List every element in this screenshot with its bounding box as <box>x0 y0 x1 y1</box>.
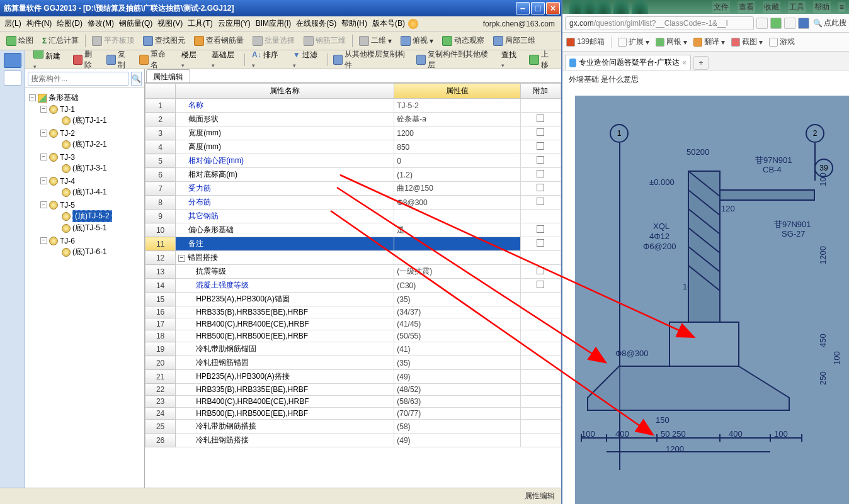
filter-dd[interactable]: ▼ 过滤 <box>288 50 325 71</box>
tree-leaf[interactable]: (底)TJ-2-1 <box>53 139 143 150</box>
url-input[interactable]: gx.com/question/giml/list?__ClassCode=-1… <box>565 16 754 30</box>
prop-row[interactable]: 23HRB400(C),HRB400E(CE),HRBF(58/63) <box>145 396 561 408</box>
menu-cloud[interactable]: 云应用(Y) <box>216 17 253 30</box>
col-add[interactable]: 附加 <box>520 84 561 99</box>
menu-component[interactable]: 构件(N) <box>25 17 54 30</box>
find-dd[interactable]: 查找 <box>497 50 525 71</box>
prop-row[interactable]: 16HRB335(B),HRB335E(BE),HRBF(34/37) <box>145 306 561 318</box>
addr-icon-1[interactable] <box>756 18 768 29</box>
prop-row[interactable]: 26冷轧扭钢筋搭接(49) <box>145 434 561 447</box>
new-tab-button[interactable]: + <box>693 56 709 70</box>
component-tree[interactable]: −条形基础−TJ-1(底)TJ-1-1−TJ-2(底)TJ-2-1−TJ-3(底… <box>25 88 144 488</box>
bm-tool[interactable]: 工具 <box>788 1 806 13</box>
max-button[interactable]: □ <box>531 2 545 14</box>
col-name[interactable]: 属性名称 <box>176 84 394 99</box>
search-button[interactable]: 🔍 <box>131 72 142 86</box>
bm-help[interactable]: 帮助 <box>813 1 831 13</box>
del-btn[interactable]: 删除 <box>71 50 101 72</box>
prop-row[interactable]: 18HRB500(E),HRB500E(EE),HRBF(50/55) <box>145 330 561 342</box>
menu-online[interactable]: 在线服务(S) <box>294 17 338 30</box>
prop-grid[interactable]: 属性名称 属性值 附加 1名称TJ-5-22截面形状砼条基-a3宽度(mm)12… <box>145 83 561 488</box>
prop-row[interactable]: 2截面形状砼条基-a <box>145 113 561 126</box>
tree-leaf[interactable]: (底)TJ-5-1 <box>53 223 143 233</box>
prop-row[interactable]: 4高度(mm)850 <box>145 140 561 154</box>
floor-dd[interactable]: 楼层 <box>177 50 205 71</box>
search-input[interactable] <box>28 72 128 86</box>
up-btn[interactable]: 上移 <box>527 50 557 72</box>
tree-leaf[interactable]: (底)TJ-4-1 <box>53 187 143 198</box>
tree-leaf[interactable]: (顶)TJ-5-2 <box>53 211 143 221</box>
prop-row[interactable]: 7受力筋曲12@150 <box>145 182 561 196</box>
viewsteel-btn[interactable]: 查看钢筋量 <box>191 34 246 47</box>
bm-menu-icon[interactable]: ≡ <box>838 2 845 12</box>
addr-icon-lightning[interactable] <box>770 18 782 29</box>
search-here-btn[interactable]: 🔍点此搜 <box>813 18 846 28</box>
addr-icon-paw[interactable] <box>798 18 809 29</box>
bt-snap[interactable]: 截图 ▾ <box>731 36 763 47</box>
prop-row[interactable]: 12−锚固搭接 <box>145 251 561 265</box>
prop-row[interactable]: 6相对底标高(m)(1.2) <box>145 168 561 182</box>
rename-btn[interactable]: 重命名 <box>137 50 174 72</box>
steel3d-btn[interactable]: 钢筋三维 <box>301 34 348 47</box>
bm-view[interactable]: 查看 <box>738 1 755 13</box>
prop-row[interactable]: 3宽度(mm)1200 <box>145 126 561 140</box>
bt-bank[interactable]: 网银 ▾ <box>656 36 687 47</box>
copy-btn[interactable]: 复制 <box>104 50 135 72</box>
leftbtn-1[interactable] <box>4 53 21 68</box>
prop-tab-edit[interactable]: 属性编辑 <box>146 69 190 82</box>
bm-fav[interactable]: 收藏 <box>763 1 780 13</box>
menu-tool[interactable]: 工具(T) <box>186 17 214 30</box>
leftbtn-2[interactable] <box>4 70 21 86</box>
tree-node[interactable]: −TJ-2 <box>40 128 143 138</box>
prop-row[interactable]: 13抗震等级(一级抗震) <box>145 265 561 279</box>
batchsel-btn[interactable]: 批量选择 <box>250 34 297 47</box>
prop-row[interactable]: 22HRB335(B),HRB335E(BE),HRBF(48/52) <box>145 384 561 396</box>
draw-btn[interactable]: 绘图 <box>4 34 36 47</box>
menu-bim[interactable]: BIM应用(I) <box>254 17 293 30</box>
bt-ext[interactable]: 扩展 ▾ <box>618 36 649 47</box>
menu-version[interactable]: 版本号(B) <box>370 17 407 30</box>
sumcalc-btn[interactable]: Σ汇总计算 <box>40 34 81 47</box>
bt-game[interactable]: 游戏 <box>769 36 795 47</box>
menu-draw[interactable]: 绘图(D) <box>55 17 84 30</box>
flatslab-btn[interactable]: 平齐板顶 <box>89 34 137 47</box>
tree-leaf[interactable]: (底)TJ-1-1 <box>53 115 143 126</box>
menu-layer[interactable]: 层(L) <box>3 17 23 30</box>
prop-row[interactable]: 14混凝土强度等级(C30) <box>145 279 561 293</box>
dynview-btn[interactable]: 动态观察 <box>440 34 487 47</box>
prop-row[interactable]: 20冷轧扭钢筋锚固(35) <box>145 356 561 370</box>
prop-row[interactable]: 15HPB235(A),HPB300(A)锚固(35) <box>145 293 561 306</box>
prop-row[interactable]: 9其它钢筋 <box>145 210 561 223</box>
dim2-btn[interactable]: 二维 ▾ <box>356 34 394 47</box>
tree-node[interactable]: −TJ-4 <box>40 176 143 186</box>
prop-row[interactable]: 5相对偏心距(mm)0 <box>145 154 561 168</box>
findprim-btn[interactable]: 查找图元 <box>140 34 188 47</box>
tab-close-icon[interactable]: × <box>682 59 687 67</box>
tree-node[interactable]: −TJ-3 <box>40 152 143 162</box>
menu-help[interactable]: 帮助(H) <box>339 17 369 30</box>
prop-row[interactable]: 19冷轧带肋钢筋锚固(41) <box>145 342 561 356</box>
addr-icon-dd[interactable] <box>784 18 795 29</box>
menu-modify[interactable]: 修改(M) <box>86 17 116 30</box>
tree-leaf[interactable]: (底)TJ-3-1 <box>53 163 143 174</box>
tree-node[interactable]: −TJ-5 <box>40 199 143 210</box>
tab-active[interactable]: 专业造价问题答疑平台-广联达 × <box>565 55 691 70</box>
tree-leaf[interactable]: (底)TJ-6-1 <box>53 247 143 257</box>
bt-trans[interactable]: 翻译 ▾ <box>693 36 725 47</box>
menu-view[interactable]: 视图(V) <box>156 17 185 30</box>
tree-node[interactable]: −TJ-6 <box>40 235 143 246</box>
copyto-btn[interactable]: 复制构件到其他楼层 <box>414 50 494 72</box>
col-value[interactable]: 属性值 <box>394 84 521 99</box>
tree-node[interactable]: −TJ-1 <box>40 104 143 115</box>
prop-row[interactable]: 1名称TJ-5-2 <box>145 99 561 113</box>
sort-dd[interactable]: A↓ 排序 <box>248 50 286 71</box>
min-button[interactable]: – <box>516 2 530 14</box>
look-btn[interactable]: 俯视 ▾ <box>398 34 436 47</box>
prop-row[interactable]: 24HRB500(E),HRB500E(EE),HRBF(70/77) <box>145 408 561 420</box>
copyfrom-btn[interactable]: 从其他楼层复制构件 <box>331 50 411 72</box>
bt-139[interactable]: 139邮箱 <box>566 36 605 47</box>
prop-row[interactable]: 25冷轧带肋钢筋搭接(58) <box>145 420 561 434</box>
basefloor-dd[interactable]: 基础层 <box>207 50 242 71</box>
prop-row[interactable]: 11备注 <box>145 237 561 251</box>
prop-row[interactable]: 10偏心条形基础是 <box>145 223 561 237</box>
